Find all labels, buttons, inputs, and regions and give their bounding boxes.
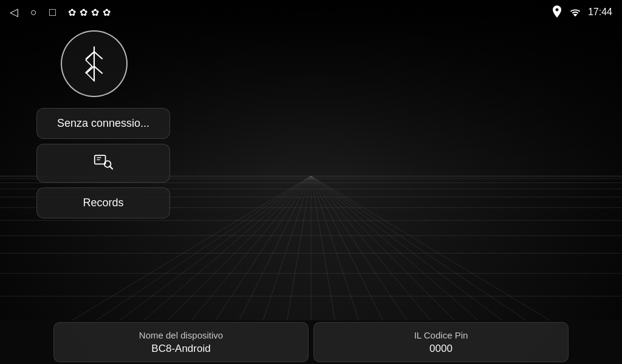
home-icon[interactable]: ○ [30,6,37,19]
shutter-icon-3: ✿ [91,7,99,18]
records-button[interactable]: Records [36,187,170,218]
scan-button[interactable] [36,144,170,183]
device-name-label: Nome del dispositivo [66,329,296,342]
bottom-bar: Nome del dispositivo BC8-Android IL Codi… [0,320,622,364]
app-icon-group: ✿ ✿ ✿ ✿ [68,7,111,18]
status-bar: ◁ ○ □ ✿ ✿ ✿ ✿ 17:44 [0,0,622,24]
shutter-icon-4: ✿ [103,7,111,18]
svg-marker-0 [86,47,94,81]
svg-line-4 [86,66,94,73]
svg-line-2 [94,66,103,73]
shutter-icon-2: ✿ [80,7,87,18]
wifi-icon [569,7,582,18]
clock: 17:44 [588,7,612,18]
pin-value: 0000 [326,342,556,356]
bluetooth-section: Senza connessio... Records [36,30,170,218]
svg-line-3 [86,52,94,59]
svg-line-8 [110,166,112,169]
shutter-icon-1: ✿ [68,7,76,18]
nav-controls: ◁ ○ □ ✿ ✿ ✿ ✿ [10,5,111,19]
pin-code-button[interactable]: IL Codice Pin 0000 [313,322,569,363]
connection-status-button[interactable]: Senza connessio... [36,108,170,139]
bluetooth-icon [78,46,110,82]
bluetooth-icon-circle [61,30,128,97]
location-icon [552,5,562,19]
recents-icon[interactable]: □ [49,6,56,19]
device-name-button[interactable]: Nome del dispositivo BC8-Android [53,322,309,363]
scan-icon [94,153,113,174]
device-name-value: BC8-Android [66,342,296,356]
pin-label: IL Codice Pin [326,329,556,342]
back-icon[interactable]: ◁ [10,5,18,19]
svg-line-1 [94,52,103,59]
status-indicators: 17:44 [552,5,612,19]
